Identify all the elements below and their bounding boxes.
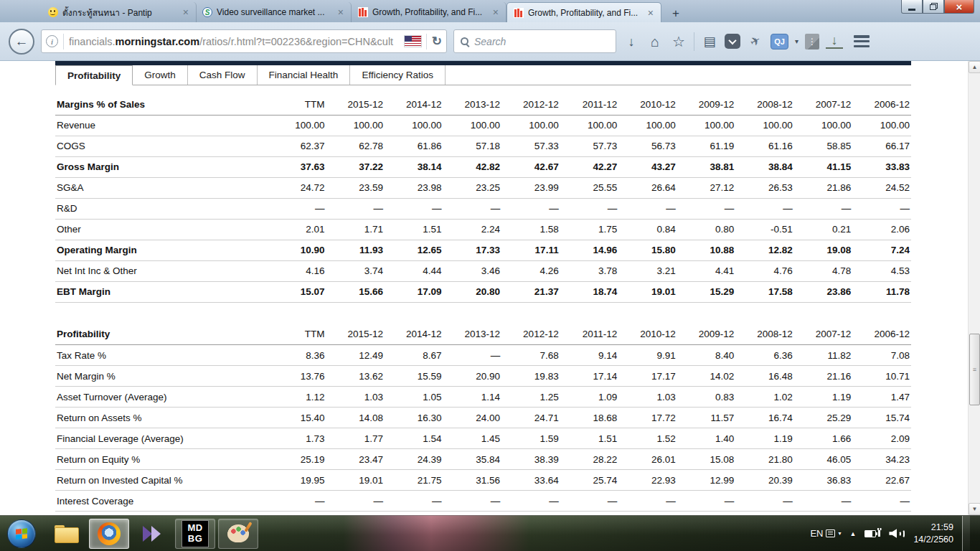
qj-extension-icon[interactable]: QJ (771, 34, 788, 50)
home-icon[interactable]: ⌂ (646, 34, 664, 49)
url-bar[interactable]: i financials.morningstar.com/ratios/r.ht… (41, 29, 447, 53)
cell: — (852, 198, 911, 219)
cell: 28.22 (560, 449, 619, 470)
cell: 20.80 (443, 281, 502, 302)
menu-icon[interactable] (854, 35, 870, 47)
row-label: Gross Margin (55, 156, 268, 177)
restore-button[interactable] (923, 0, 944, 14)
scrollbar-thumb[interactable]: ≡ (969, 334, 980, 405)
tab-close-icon[interactable]: × (336, 7, 345, 17)
table-row: Other2.011.711.512.241.581.750.840.80-0.… (55, 219, 911, 240)
send-tab-icon[interactable]: ✈ (745, 32, 765, 50)
taskbar-paint-button[interactable] (218, 519, 258, 549)
cell: 4.16 (268, 260, 326, 281)
cell: 3.74 (326, 260, 385, 281)
cell: 9.14 (560, 345, 619, 366)
cell: 61.86 (385, 136, 443, 156)
addon-icon[interactable]: ⋮ (805, 34, 819, 50)
reload-icon[interactable]: ↻ (432, 34, 442, 49)
language-caret-icon[interactable]: ▾ (838, 530, 841, 537)
ratio-tab-growth[interactable]: Growth (133, 65, 188, 85)
ratio-tab-profitability[interactable]: Profitability (55, 65, 133, 85)
cell: 13.62 (326, 366, 385, 387)
back-button[interactable]: ← (9, 29, 34, 55)
clock[interactable]: 21:59 14/2/2560 (913, 522, 953, 545)
search-box[interactable] (453, 29, 616, 53)
battery-icon[interactable] (864, 530, 880, 537)
cell: 21.16 (794, 366, 853, 387)
pocket-icon[interactable] (725, 34, 740, 49)
cell: 25.74 (560, 470, 619, 491)
cell: 3.78 (560, 260, 619, 281)
cell: 19.08 (794, 240, 853, 260)
show-hidden-icons[interactable]: ▲ (849, 530, 856, 537)
cell: 14.08 (326, 408, 385, 428)
url-text[interactable]: financials.morningstar.com/ratios/r.html… (69, 36, 400, 47)
table-row: Net Int Inc & Other4.163.744.443.464.263… (55, 260, 911, 281)
tab-close-icon[interactable]: × (491, 7, 500, 17)
cell: — (618, 198, 677, 219)
browser-tab-2[interactable]: S Video surveillance market ... × (197, 2, 352, 22)
cell: 38.84 (735, 156, 794, 177)
language-indicator[interactable]: EN ▾ (810, 528, 841, 539)
cell: 11.93 (326, 240, 385, 260)
firefox-icon (98, 522, 121, 545)
cell: 17.72 (618, 408, 677, 428)
cell: 1.05 (385, 387, 443, 408)
cell: — (443, 491, 502, 512)
close-button[interactable]: × (944, 0, 974, 14)
cell: 10.90 (268, 240, 326, 260)
cell: 1.14 (443, 387, 502, 408)
tab-close-icon[interactable]: × (182, 7, 190, 17)
column-header: 2013-12 (443, 94, 502, 115)
cell: 22.93 (618, 470, 677, 491)
taskbar-firefox-button[interactable] (89, 519, 129, 549)
browser-tab-3[interactable]: Growth, Profitability, and Fi... × (352, 2, 507, 22)
cell: 1.47 (852, 387, 911, 408)
column-header: 2007-12 (794, 324, 853, 345)
scroll-down-icon[interactable]: ▼ (969, 503, 980, 515)
minimize-button[interactable] (901, 0, 923, 14)
cell: 25.19 (268, 449, 326, 470)
cell: 100.00 (794, 115, 853, 136)
taskbar-kmplayer-button[interactable] (132, 519, 172, 549)
row-label: SG&A (55, 177, 268, 198)
ratio-tab-efficiency-ratios[interactable]: Efficiency Ratios (350, 65, 446, 85)
cell: 23.86 (794, 281, 853, 302)
taskbar-explorer-button[interactable] (46, 519, 86, 549)
page-content: ProfitabilityGrowthCash FlowFinancial He… (0, 61, 980, 515)
bookmark-star-icon[interactable]: ☆ (670, 34, 687, 49)
cell: 37.22 (326, 156, 385, 177)
cell: 0.83 (677, 387, 736, 408)
us-flag-icon[interactable] (405, 36, 421, 47)
cell: 33.64 (501, 470, 560, 491)
row-label: Other (55, 219, 268, 240)
search-input[interactable] (474, 36, 610, 47)
site-info-icon[interactable]: i (46, 35, 58, 47)
cell: 6.36 (735, 345, 794, 366)
start-button[interactable] (7, 519, 36, 548)
browser-tab-title: Growth, Profitability, and Fi... (528, 8, 642, 18)
cell: — (326, 198, 385, 219)
tab-close-icon[interactable]: × (646, 8, 655, 18)
cell: 100.00 (501, 115, 560, 136)
browser-tab-1[interactable]: ตั้งกระทู้สนทนา - Pantip × (42, 2, 197, 22)
ratio-tab-financial-health[interactable]: Financial Health (258, 65, 351, 85)
show-desktop-button[interactable] (962, 516, 970, 551)
cell: 2.06 (852, 219, 911, 240)
cell: 17.58 (735, 281, 794, 302)
new-tab-button[interactable]: + (666, 5, 686, 22)
downloads-icon[interactable]: ↓ (623, 35, 640, 48)
browser-tab-4-active[interactable]: Growth, Profitability, and Fi... × (507, 2, 661, 22)
bookmarks-panel-icon[interactable]: ▤ (701, 35, 718, 48)
volume-icon[interactable] (889, 529, 905, 538)
taskbar-mdbg-button[interactable]: MDBG (175, 519, 215, 549)
cell: 15.08 (677, 449, 736, 470)
download-manager-icon[interactable]: ↓ (826, 34, 843, 49)
ratio-tab-cash-flow[interactable]: Cash Flow (188, 65, 258, 85)
qj-dropdown-caret-icon[interactable]: ▾ (795, 37, 798, 45)
vertical-scrollbar[interactable]: ▲ ≡ ▼ (968, 61, 980, 515)
cell: 1.54 (385, 428, 443, 449)
cell: 12.99 (677, 470, 736, 491)
scroll-up-icon[interactable]: ▲ (969, 61, 980, 73)
